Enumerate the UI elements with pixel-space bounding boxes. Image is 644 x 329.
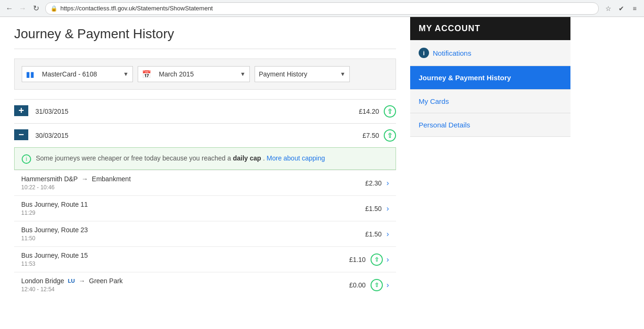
- journey-from-2: Bus Journey, Route 11: [21, 201, 88, 208]
- journey-route-4: Bus Journey, Route 15: [21, 252, 342, 259]
- cap-text-before: Some journeys were cheaper or free today…: [36, 154, 233, 162]
- reload-button[interactable]: ↻: [30, 3, 41, 14]
- sidebar-label-notifications: Notifications: [433, 49, 471, 57]
- star-button[interactable]: ☆: [603, 3, 614, 14]
- journey-detail-4[interactable]: Bus Journey, Route 15 11:53 £1.10 ⇧ ›: [14, 246, 396, 272]
- journey-info-3: Bus Journey, Route 23 11:50: [21, 226, 358, 242]
- lock-icon: 🔒: [50, 5, 58, 12]
- month-selector[interactable]: 📅 March 2015 ▼: [138, 66, 250, 82]
- journey-from-5: London Bridge: [21, 277, 64, 285]
- journey-info-5: London Bridge LU → Green Park 12:40 - 12…: [21, 277, 342, 293]
- sidebar: MY ACCOUNT i Notifications Journey & Pay…: [410, 17, 570, 329]
- sidebar-item-my-cards[interactable]: My Cards: [410, 90, 570, 113]
- back-button[interactable]: ←: [4, 3, 15, 14]
- nav-buttons: ← → ↻: [4, 3, 41, 14]
- page-title: Journey & Payment History: [14, 26, 396, 49]
- row2-toggle[interactable]: −: [14, 129, 28, 140]
- journey-time-3: 11:50: [21, 235, 358, 242]
- journey-chevron-3: ›: [387, 230, 389, 238]
- filter-box: ▮▮ MasterCard - 6108 ▼ 📅 March 2015 ▼ Pa…: [14, 59, 396, 90]
- journey-detail-2[interactable]: Bus Journey, Route 11 11:29 £1.50 ›: [14, 195, 396, 221]
- journey-from-3: Bus Journey, Route 23: [21, 226, 88, 234]
- sidebar-label-journey: Journey & Payment History: [419, 74, 511, 82]
- journey-lu-5: LU: [68, 278, 75, 284]
- journey-detail-3[interactable]: Bus Journey, Route 23 11:50 £1.50 ›: [14, 221, 396, 246]
- journey-info-4: Bus Journey, Route 15 11:53: [21, 252, 342, 267]
- journey-route-5: London Bridge LU → Green Park: [21, 277, 342, 285]
- journey-arrow-1: →: [82, 175, 88, 183]
- journey-price-5: £0.00: [342, 281, 366, 289]
- month-select[interactable]: March 2015: [155, 67, 249, 82]
- menu-button[interactable]: ≡: [629, 3, 640, 14]
- cap-info-icon: i: [22, 154, 31, 164]
- journey-price-2: £1.50: [358, 205, 382, 212]
- page-wrapper: Journey & Payment History ▮▮ MasterCard …: [0, 17, 644, 329]
- card-selector[interactable]: ▮▮ MasterCard - 6108 ▼: [22, 66, 133, 82]
- row1-date: 31/03/2015: [33, 108, 359, 115]
- cap-notice: i Some journeys were cheaper or free tod…: [14, 147, 396, 170]
- card-select[interactable]: MasterCard - 6108: [38, 67, 132, 82]
- row1-info-icon[interactable]: ⇧: [384, 105, 396, 118]
- main-content: Journey & Payment History ▮▮ MasterCard …: [0, 17, 410, 329]
- journey-chevron-4: ›: [387, 255, 389, 264]
- sidebar-item-journey-payment[interactable]: Journey & Payment History: [410, 66, 570, 90]
- journey-to-1: Embankment: [92, 175, 131, 183]
- journey-route-2: Bus Journey, Route 11: [21, 201, 358, 208]
- cap-more-link[interactable]: More about capping: [267, 154, 325, 162]
- journey-time-4: 11:53: [21, 261, 342, 267]
- journey-info-icon-4[interactable]: ⇧: [371, 253, 383, 266]
- row2-info-icon[interactable]: ⇧: [384, 129, 396, 142]
- journey-info-2: Bus Journey, Route 11 11:29: [21, 201, 358, 216]
- journey-info-1: Hammersmith D&P → Embankment 10:22 - 10:…: [21, 175, 358, 191]
- url-text: https://contactless.tfl.gov.uk/Statement…: [60, 5, 594, 12]
- journey-chevron-1: ›: [387, 179, 389, 187]
- calendar-icon: 📅: [138, 70, 155, 79]
- row2-date: 30/03/2015: [33, 132, 363, 139]
- view-selector[interactable]: Payment History ▼: [255, 66, 350, 82]
- cap-text-after: .: [263, 154, 267, 162]
- journey-time-2: 11:29: [21, 210, 358, 216]
- journey-detail-5[interactable]: London Bridge LU → Green Park 12:40 - 12…: [14, 272, 396, 297]
- cap-text: Some journeys were cheaper or free today…: [36, 153, 325, 163]
- journey-arrow-5: →: [79, 277, 85, 285]
- journey-row-1[interactable]: + 31/03/2015 £14.20 ⇧: [14, 99, 396, 123]
- sidebar-label-personal: Personal Details: [419, 121, 470, 129]
- journey-time-5: 12:40 - 12:54: [21, 286, 342, 293]
- journey-time-1: 10:22 - 10:46: [21, 184, 358, 191]
- my-account-header: MY ACCOUNT: [410, 17, 570, 40]
- view-select[interactable]: Payment History: [255, 67, 349, 82]
- journey-from-1: Hammersmith D&P: [21, 175, 78, 183]
- row2-amount: £7.50: [363, 132, 379, 139]
- journey-price-3: £1.50: [358, 230, 382, 238]
- cap-bold: daily cap: [233, 154, 261, 162]
- browser-actions: ☆ ✔ ≡: [603, 3, 640, 14]
- journey-price-4: £1.10: [342, 256, 366, 263]
- card-icon: ▮▮: [22, 70, 38, 79]
- address-bar[interactable]: 🔒 https://contactless.tfl.gov.uk/Stateme…: [45, 2, 599, 15]
- journey-detail-1[interactable]: Hammersmith D&P → Embankment 10:22 - 10:…: [14, 170, 396, 195]
- forward-button[interactable]: →: [17, 3, 28, 14]
- journey-route-3: Bus Journey, Route 23: [21, 226, 358, 234]
- journey-chevron-5: ›: [387, 281, 389, 289]
- browser-chrome: ← → ↻ 🔒 https://contactless.tfl.gov.uk/S…: [0, 0, 644, 17]
- journey-price-1: £2.30: [358, 179, 382, 187]
- journey-row-2[interactable]: − 30/03/2015 £7.50 ⇧: [14, 123, 396, 147]
- sidebar-item-personal-details[interactable]: Personal Details: [410, 113, 570, 137]
- sidebar-label-cards: My Cards: [419, 97, 449, 105]
- extension-button[interactable]: ✔: [616, 3, 627, 14]
- row1-amount: £14.20: [359, 108, 379, 115]
- journey-info-icon-5[interactable]: ⇧: [371, 279, 383, 291]
- sidebar-item-notifications[interactable]: i Notifications: [410, 40, 570, 66]
- row1-toggle[interactable]: +: [14, 105, 28, 116]
- journey-to-5: Green Park: [89, 277, 123, 285]
- journey-route-1: Hammersmith D&P → Embankment: [21, 175, 358, 183]
- journey-chevron-2: ›: [387, 204, 389, 213]
- notifications-icon: i: [419, 48, 429, 58]
- journey-from-4: Bus Journey, Route 15: [21, 252, 88, 259]
